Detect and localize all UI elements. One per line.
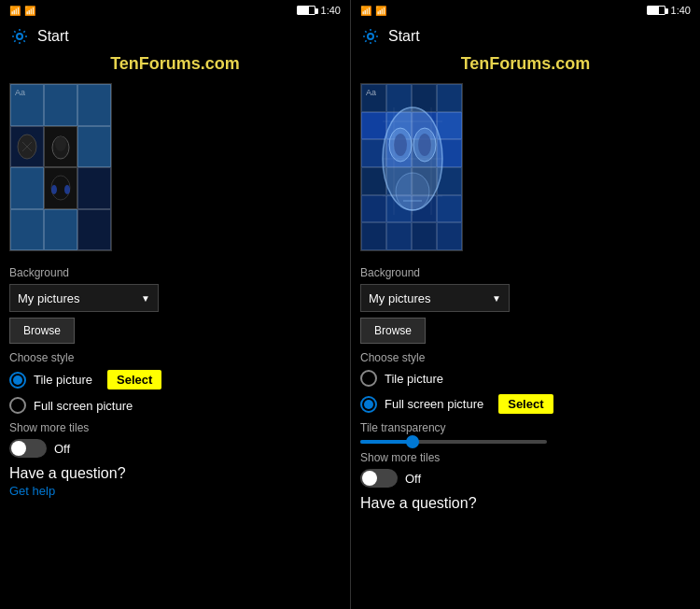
background-label-left: Background [9, 266, 341, 279]
toggle-right[interactable] [360, 469, 398, 488]
status-right: 1:40 [297, 5, 341, 16]
fullscreen-preview: Aa [360, 83, 463, 251]
radio-fullscreen-right[interactable] [360, 396, 377, 413]
show-more-tiles-label-left: Show more tiles [9, 421, 341, 434]
background-dropdown-left[interactable]: My pictures ▼ [9, 284, 159, 312]
status-right-right: 1:40 [647, 5, 691, 16]
tile-1 [44, 84, 77, 126]
background-dropdown-right[interactable]: My pictures ▼ [360, 284, 510, 312]
toggle-left[interactable] [9, 439, 47, 458]
signal-icon-right: 📶 [360, 6, 371, 16]
question-title-left: Have a question? [9, 465, 341, 482]
battery-icon [297, 6, 315, 15]
wifi-icon: 📶 [24, 6, 35, 16]
app-title-right: Start [388, 28, 420, 45]
status-bar-left: 📶 📶 1:40 [0, 0, 350, 21]
question-section-right: Have a question? [360, 495, 691, 512]
svg-point-13 [394, 134, 407, 156]
wifi-icon-right: 📶 [375, 6, 386, 16]
tile-11 [77, 209, 111, 251]
toggle-row-left: Off [9, 439, 341, 458]
svg-point-14 [418, 134, 431, 156]
status-bar-right: 📶 📶 1:40 [351, 0, 700, 21]
radio-tile-left[interactable] [9, 372, 26, 389]
svg-point-9 [368, 34, 373, 39]
select-badge-tile-left: Select [107, 370, 161, 389]
transparency-slider[interactable] [360, 440, 547, 444]
svg-point-7 [51, 185, 57, 194]
radio-row-tile-right[interactable]: Tile picture [360, 370, 691, 387]
toggle-knob-right [362, 471, 377, 486]
transparency-label: Tile transparency [360, 421, 691, 434]
battery-fill [298, 7, 310, 14]
question-title-right: Have a question? [360, 495, 691, 512]
svg-point-5 [55, 136, 66, 151]
chevron-down-icon: ▼ [141, 293, 150, 304]
toggle-section-left: Show more tiles Off [9, 421, 341, 458]
left-panel: 📶 📶 1:40 Start TenForums.com [0, 0, 350, 609]
tile-6 [10, 167, 44, 209]
toggle-section-right: Show more tiles Off [360, 451, 691, 488]
radio-row-fullscreen-left[interactable]: Full screen picture [9, 397, 341, 414]
tile-10 [44, 209, 77, 251]
tile-4 [44, 126, 77, 168]
radio-tile-right[interactable] [360, 370, 377, 387]
watermark-right: TenForums.com [351, 52, 700, 78]
alien-head-svg [375, 93, 450, 243]
toggle-row-right: Off [360, 469, 691, 488]
toggle-knob-left [11, 441, 26, 456]
radio-inner-fullscreen-right [364, 400, 373, 409]
time-display-right: 1:40 [671, 5, 691, 16]
toggle-state-right: Off [405, 472, 421, 486]
app-title-left: Start [37, 28, 69, 45]
status-left: 📶 📶 [9, 6, 35, 16]
tile-2 [77, 84, 111, 126]
radio-row-tile-left[interactable]: Tile picture Select [9, 370, 341, 389]
browse-button-left[interactable]: Browse [9, 318, 75, 344]
battery-icon-right [647, 6, 665, 15]
preview-area-left: Aa [0, 78, 350, 257]
preview-area-right: Aa [351, 78, 700, 257]
radio-label-tile-left: Tile picture [34, 373, 92, 387]
radio-label-fullscreen-right: Full screen picture [385, 397, 483, 411]
radio-inner-tile-left [13, 375, 22, 385]
right-panel: 📶 📶 1:40 Start TenForums.com [350, 0, 700, 609]
tile-8 [77, 167, 111, 209]
tile-5 [77, 126, 111, 168]
svg-point-8 [64, 185, 70, 194]
chevron-down-icon-right: ▼ [492, 293, 501, 304]
time-display: 1:40 [321, 5, 341, 16]
radio-fullscreen-left[interactable] [9, 397, 26, 414]
settings-icon [9, 26, 30, 47]
content-right: Background My pictures ▼ Browse Choose s… [351, 257, 700, 609]
tile-0 [10, 84, 44, 126]
help-link-left[interactable]: Get help [9, 484, 341, 498]
tiled-preview: Aa [9, 83, 112, 251]
battery-fill-right [648, 7, 660, 14]
radio-row-fullscreen-right[interactable]: Full screen picture Select [360, 394, 691, 414]
dropdown-value-right: My pictures [369, 291, 430, 305]
content-left: Background My pictures ▼ Browse Choose s… [0, 257, 350, 609]
radio-label-fullscreen-left: Full screen picture [34, 399, 133, 413]
slider-thumb[interactable] [406, 435, 419, 448]
question-section-left: Have a question? Get help [9, 465, 341, 498]
background-label-right: Background [360, 266, 691, 279]
browse-button-right[interactable]: Browse [360, 318, 426, 344]
svg-point-0 [17, 34, 22, 39]
show-more-tiles-label-right: Show more tiles [360, 451, 691, 464]
toggle-state-left: Off [54, 442, 70, 456]
select-badge-fullscreen-right: Select [498, 394, 553, 414]
status-left-right: 📶 📶 [360, 6, 386, 16]
style-radio-group-left: Tile picture Select Full screen picture [9, 370, 341, 414]
tile-7 [44, 167, 77, 209]
radio-label-tile-right: Tile picture [385, 372, 443, 386]
choose-style-label-left: Choose style [9, 351, 341, 364]
style-radio-group-right: Tile picture Full screen picture Select [360, 370, 691, 414]
dropdown-value-left: My pictures [18, 291, 79, 305]
watermark-left: TenForums.com [0, 52, 350, 78]
tile-3 [10, 126, 44, 168]
signal-icon: 📶 [9, 6, 21, 16]
app-header-right: Start [351, 21, 700, 52]
settings-icon-right [360, 26, 381, 47]
choose-style-label-right: Choose style [360, 351, 691, 364]
